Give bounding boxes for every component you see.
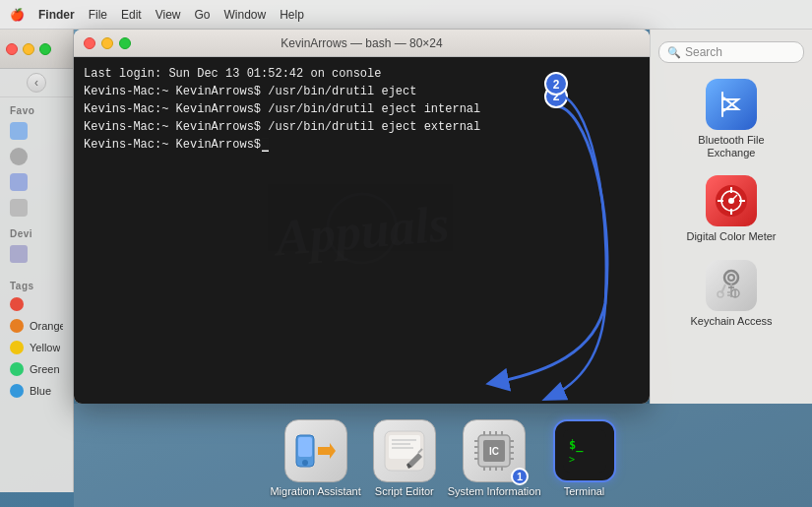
terminal-close[interactable] [84,37,95,49]
keychain-icon [706,260,757,311]
svg-text:Appuals: Appuals [270,195,451,266]
terminal-line-1: Last login: Sun Dec 13 01:52:42 on conso… [84,65,640,83]
system-info-icon: IC 1 [463,419,526,482]
keychain-access-label: Keychain Access [690,315,772,328]
sidebar-item-2[interactable] [0,144,73,169]
app-bluetooth-file-exchange[interactable]: Bluetooth FileExchange [651,71,812,167]
terminal-line-2: Kevins-Mac:~ KevinArrows$ /usr/bin/druti… [84,83,640,100]
back-button[interactable]: ‹ [27,73,46,93]
watermark: Appuals [230,178,492,283]
terminal-title: KevinArrows — bash — 80×24 [281,36,442,50]
terminal-window: KevinArrows — bash — 80×24 Last login: S… [74,30,650,404]
dock-migration-assistant[interactable]: Migration Assistant [270,419,360,497]
svg-rect-4 [721,92,723,117]
menu-go[interactable]: Go [195,8,211,22]
svg-point-21 [718,291,723,297]
terminal-minimize[interactable] [101,37,113,49]
terminal-content[interactable]: Last login: Sun Dec 13 01:52:42 on conso… [74,57,650,404]
menu-window[interactable]: Window [224,8,267,22]
tags-label: Tags [0,273,73,293]
tag-red[interactable] [0,293,73,315]
terminal-titlebar: KevinArrows — bash — 80×24 [74,30,650,57]
migration-assistant-icon [284,419,347,482]
window-maximize[interactable] [39,43,51,55]
apple-menu[interactable]: 🍎 [10,8,25,22]
svg-rect-26 [389,435,420,459]
digital-color-meter-label: Digital Color Meter [686,230,776,243]
sidebar-device-1[interactable] [0,241,73,267]
sidebar-item-1[interactable] [0,118,73,144]
svg-point-13 [724,271,738,285]
svg-point-1 [324,191,399,266]
terminal-line-3: Kevins-Mac:~ KevinArrows$ /usr/bin/druti… [84,100,640,118]
svg-text:>: > [569,454,575,465]
sidebar-item-3[interactable] [0,169,73,195]
dock: Migration Assistant Script Editor [74,404,812,507]
svg-text:$_: $_ [569,438,584,453]
menu-bar: 🍎 Finder File Edit View Go Window Help [0,0,812,30]
tag-green[interactable]: Green [0,358,73,380]
bluetooth-icon [706,79,757,130]
terminal-app-label: Terminal [564,485,605,497]
menu-finder[interactable]: Finder [38,8,75,22]
finder-apps-panel: 🔍 Search Bluetooth FileExchange [650,30,812,404]
tag-yellow-label: Yellow [30,342,60,353]
tag-orange-label: Orange [30,320,63,332]
window-close[interactable] [6,43,18,55]
tag-yellow[interactable]: Yellow [0,337,73,358]
window-minimize[interactable] [23,43,34,55]
app-digital-color-meter[interactable]: Digital Color Meter [651,167,812,251]
search-container: 🔍 Search [651,37,812,71]
dock-script-editor[interactable]: Script Editor [373,419,436,497]
terminal-app-icon: $_ > [553,419,616,482]
devices-label: Devi [0,221,73,241]
menu-file[interactable]: File [89,8,107,22]
sidebar-item-4[interactable] [0,195,73,221]
search-bar[interactable]: 🔍 Search [658,41,804,63]
terminal-maximize[interactable] [119,37,131,49]
svg-text:IC: IC [489,446,499,457]
dock-terminal[interactable]: $_ > Terminal [553,419,616,497]
dock-system-information[interactable]: IC 1 System Information [448,419,541,497]
app-keychain-access[interactable]: Keychain Access [651,252,812,336]
script-editor-label: Script Editor [375,485,434,497]
tag-blue-label: Blue [30,385,51,397]
svg-point-24 [302,460,308,466]
tag-orange[interactable]: Orange [0,315,73,337]
terminal-line-4: Kevins-Mac:~ KevinArrows$ /usr/bin/druti… [84,118,640,136]
tag-green-label: Green [30,363,60,375]
bluetooth-file-exchange-label: Bluetooth FileExchange [698,134,764,159]
menu-view[interactable]: View [156,8,181,22]
color-meter-icon [706,175,757,226]
terminal-line-5: Kevins-Mac:~ KevinArrows$█ [84,136,640,154]
menu-help[interactable]: Help [280,8,304,22]
migration-assistant-label: Migration Assistant [270,485,360,497]
svg-point-14 [728,275,734,281]
finder-sidebar: ‹ Favo Devi Tags Orange Yellow Green Blu… [0,30,74,492]
menu-edit[interactable]: Edit [121,8,142,22]
search-icon: 🔍 [667,46,681,59]
system-info-badge: 1 [511,468,529,485]
script-editor-icon [373,419,436,482]
system-info-label: System Information [448,485,541,497]
tag-blue[interactable]: Blue [0,380,73,402]
search-placeholder[interactable]: Search [685,45,795,59]
favorites-label: Favo [0,97,73,118]
svg-rect-23 [298,437,312,457]
